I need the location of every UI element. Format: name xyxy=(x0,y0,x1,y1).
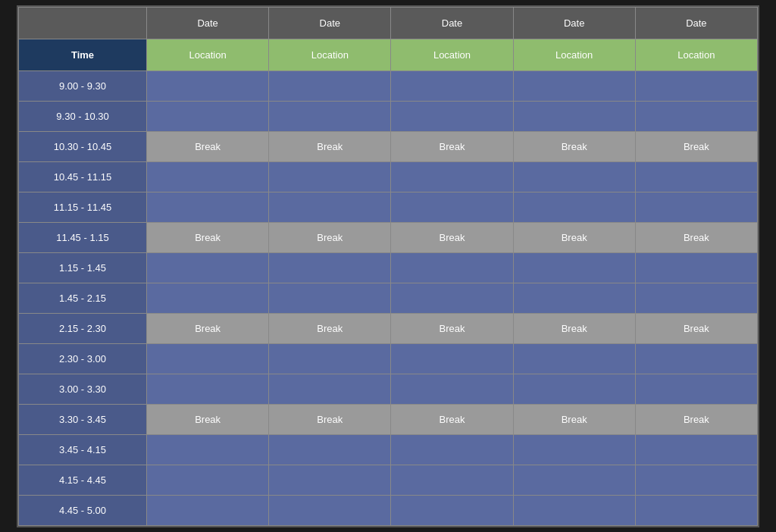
schedule-cell xyxy=(147,374,269,404)
location-header-1: Location xyxy=(147,39,269,70)
time-cell: 3.30 - 3.45 xyxy=(19,404,147,434)
break-cell: Break xyxy=(391,404,513,434)
schedule-cell xyxy=(635,252,757,283)
time-cell: 2.15 - 2.30 xyxy=(19,313,147,343)
schedule-cell xyxy=(513,161,635,192)
schedule-cell xyxy=(147,101,269,131)
break-cell: Break xyxy=(635,222,757,252)
schedule-cell xyxy=(147,161,269,192)
schedule-cell xyxy=(391,343,513,374)
schedule-cell xyxy=(513,101,635,131)
schedule-cell xyxy=(147,434,269,465)
time-cell: 3.00 - 3.30 xyxy=(19,374,147,404)
time-cell: 2.30 - 3.00 xyxy=(19,343,147,374)
date-header-5: Date xyxy=(635,7,757,39)
break-cell: Break xyxy=(269,131,391,161)
schedule-cell xyxy=(513,192,635,222)
schedule-cell xyxy=(635,101,757,131)
schedule-cell xyxy=(635,495,757,525)
schedule-cell xyxy=(269,101,391,131)
time-cell: 9.30 - 10.30 xyxy=(19,101,147,131)
schedule-cell xyxy=(269,283,391,313)
break-cell: Break xyxy=(635,404,757,434)
schedule-cell xyxy=(269,192,391,222)
break-cell: Break xyxy=(635,131,757,161)
schedule-cell xyxy=(391,283,513,313)
schedule-table: Date Date Date Date Date Time Location L… xyxy=(17,5,759,527)
schedule-cell xyxy=(513,283,635,313)
break-cell: Break xyxy=(269,404,391,434)
schedule-cell xyxy=(635,434,757,465)
schedule-cell xyxy=(147,252,269,283)
break-cell: Break xyxy=(147,313,269,343)
empty-header xyxy=(19,7,147,39)
schedule-cell xyxy=(269,434,391,465)
schedule-cell xyxy=(391,252,513,283)
schedule-cell xyxy=(147,192,269,222)
schedule-cell xyxy=(513,343,635,374)
time-cell: 1.45 - 2.15 xyxy=(19,283,147,313)
schedule-cell xyxy=(147,465,269,495)
time-cell: 9.00 - 9.30 xyxy=(19,70,147,101)
date-header-2: Date xyxy=(269,7,391,39)
break-cell: Break xyxy=(513,222,635,252)
schedule-cell xyxy=(391,161,513,192)
schedule-cell xyxy=(513,434,635,465)
break-cell: Break xyxy=(635,313,757,343)
schedule-cell xyxy=(391,495,513,525)
schedule-cell xyxy=(513,374,635,404)
break-cell: Break xyxy=(513,404,635,434)
schedule-cell xyxy=(635,161,757,192)
break-cell: Break xyxy=(147,404,269,434)
location-header-3: Location xyxy=(391,39,513,70)
break-cell: Break xyxy=(269,313,391,343)
schedule-cell xyxy=(635,70,757,101)
break-cell: Break xyxy=(269,222,391,252)
break-cell: Break xyxy=(391,131,513,161)
schedule-cell xyxy=(269,343,391,374)
schedule-cell xyxy=(147,343,269,374)
time-cell: 1.15 - 1.45 xyxy=(19,252,147,283)
break-cell: Break xyxy=(391,222,513,252)
schedule-cell xyxy=(269,465,391,495)
schedule-cell xyxy=(269,70,391,101)
schedule-cell xyxy=(635,192,757,222)
schedule-cell xyxy=(513,70,635,101)
schedule-cell xyxy=(513,495,635,525)
schedule-cell xyxy=(391,101,513,131)
schedule-cell xyxy=(269,161,391,192)
break-cell: Break xyxy=(513,313,635,343)
schedule-cell xyxy=(635,374,757,404)
time-cell: 10.45 - 11.15 xyxy=(19,161,147,192)
schedule-cell xyxy=(635,283,757,313)
schedule-cell xyxy=(513,252,635,283)
time-cell: 11.15 - 11.45 xyxy=(19,192,147,222)
time-cell: 11.45 - 1.15 xyxy=(19,222,147,252)
location-header-5: Location xyxy=(635,39,757,70)
time-cell: 4.15 - 4.45 xyxy=(19,465,147,495)
time-cell: 10.30 - 10.45 xyxy=(19,131,147,161)
location-header-2: Location xyxy=(269,39,391,70)
schedule-cell xyxy=(269,252,391,283)
date-header-3: Date xyxy=(391,7,513,39)
schedule-cell xyxy=(391,192,513,222)
schedule-cell xyxy=(147,283,269,313)
schedule-cell xyxy=(269,495,391,525)
schedule-cell xyxy=(391,465,513,495)
schedule-cell xyxy=(635,465,757,495)
schedule-cell xyxy=(269,374,391,404)
schedule-cell xyxy=(391,374,513,404)
break-cell: Break xyxy=(147,131,269,161)
time-header: Time xyxy=(19,39,147,70)
schedule-cell xyxy=(147,495,269,525)
location-header-4: Location xyxy=(513,39,635,70)
schedule-cell xyxy=(513,465,635,495)
schedule-cell xyxy=(391,434,513,465)
time-cell: 4.45 - 5.00 xyxy=(19,495,147,525)
schedule-cell xyxy=(147,70,269,101)
break-cell: Break xyxy=(147,222,269,252)
break-cell: Break xyxy=(513,131,635,161)
date-header-1: Date xyxy=(147,7,269,39)
schedule-cell xyxy=(635,343,757,374)
time-cell: 3.45 - 4.15 xyxy=(19,434,147,465)
